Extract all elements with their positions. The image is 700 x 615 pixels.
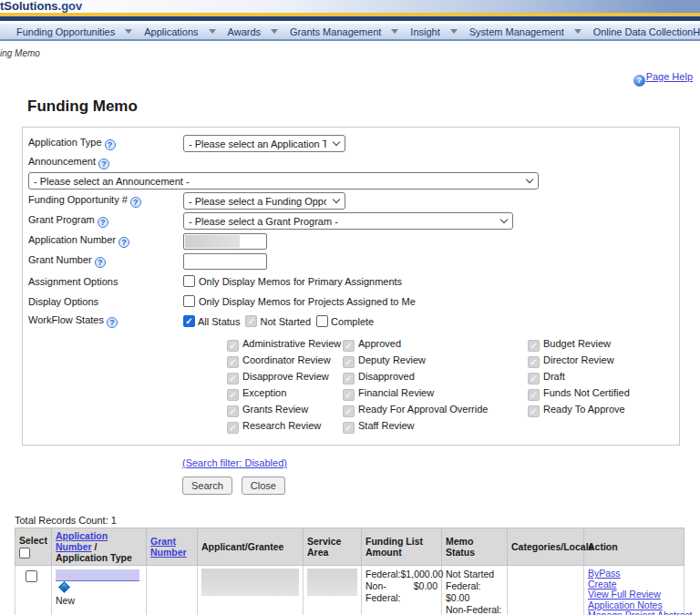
- service-area-redacted: [307, 569, 357, 596]
- search-button[interactable]: Search: [182, 477, 232, 495]
- row-select-checkbox[interactable]: ✓: [26, 570, 37, 582]
- workflow-state-option: ✓Ready To Approve: [528, 404, 674, 417]
- workflow-state-checkbox[interactable]: ✓: [227, 373, 239, 384]
- projects-assigned-label: Only Display Memos for Projects Assigned…: [199, 296, 416, 307]
- grant-number-input[interactable]: [183, 253, 267, 270]
- funding-opportunity-select[interactable]: - Please select a Funding Opportunity # …: [183, 192, 345, 210]
- workflow-state-checkbox[interactable]: ✓: [343, 389, 355, 401]
- nav-item-system-management[interactable]: System Management: [469, 26, 564, 37]
- sort-application-number-link[interactable]: Application Number: [56, 530, 108, 552]
- workflow-state-checkbox[interactable]: ✓: [528, 389, 540, 401]
- workflow-state-label: Disapprove Review: [242, 371, 329, 382]
- workflow-state-checkbox[interactable]: ✓: [343, 373, 355, 384]
- workflow-state-label: Deputy Review: [358, 354, 426, 365]
- help-icon[interactable]: ?: [98, 159, 109, 169]
- sort-grant-number-link[interactable]: Grant Number: [150, 536, 187, 558]
- search-filter-link[interactable]: (Search filter: Disabled): [182, 457, 287, 468]
- application-type-row: Application Type? - Please select an App…: [28, 135, 674, 152]
- help-icon[interactable]: ?: [105, 139, 116, 150]
- page-help-link[interactable]: Page Help: [646, 71, 693, 82]
- action-link-manage-project-abstract[interactable]: Manage Project Abstract: [588, 610, 680, 615]
- chevron-down-icon[interactable]: [450, 29, 458, 34]
- application-number-input[interactable]: [183, 233, 267, 250]
- workflow-state-checkbox[interactable]: ✓: [343, 356, 355, 368]
- workflow-state-option: ✓Financial Review: [343, 387, 528, 401]
- nav-item-applications[interactable]: Applications: [144, 26, 198, 37]
- cell-applicant: [198, 566, 304, 615]
- workflow-state-checkbox[interactable]: ✓: [227, 389, 239, 401]
- workflow-state-label: Funds Not Certified: [543, 387, 630, 398]
- workflow-state-label: Grants Review: [242, 404, 308, 415]
- info-diamond-icon[interactable]: [58, 582, 70, 594]
- workflow-state-checkbox[interactable]: ✓: [343, 422, 355, 434]
- col-memo-status: Memo Status: [442, 528, 508, 566]
- search-form: Application Type? - Please select an App…: [22, 127, 680, 446]
- main-nav: Funding OpportunitiesApplicationsAwardsG…: [0, 24, 700, 41]
- chevron-down-icon[interactable]: [271, 29, 278, 34]
- funding-amounts: Federal:$1,000.00Non-Federal:$0.00: [365, 569, 438, 604]
- nav-item-funding-opportunities[interactable]: Funding Opportunities: [16, 26, 115, 37]
- workflow-state-option: ✓Disapproved: [343, 371, 528, 384]
- primary-assignments-checkbox[interactable]: ✓: [183, 275, 195, 287]
- nav-item-grants-management[interactable]: Grants Management: [290, 26, 381, 37]
- workflow-state-checkbox[interactable]: ✓: [343, 340, 355, 352]
- not-started-checkbox[interactable]: ✓: [245, 315, 257, 327]
- col-grant-number: Grant Number: [147, 528, 198, 566]
- help-icon[interactable]: ?: [95, 257, 106, 268]
- workflow-state-checkbox[interactable]: ✓: [343, 405, 355, 417]
- workflow-state-label: Coordinator Review: [242, 354, 331, 365]
- nav-item-online-data-collection[interactable]: Online Data Collection: [593, 26, 693, 37]
- workflow-state-option: ✓Funds Not Certified: [528, 387, 674, 401]
- grant-number-row: Grant Number?: [28, 252, 674, 270]
- complete-label: Complete: [331, 316, 374, 327]
- all-status-checkbox[interactable]: ✓: [183, 315, 195, 327]
- workflow-state-label: Staff Review: [358, 420, 415, 431]
- close-button[interactable]: Close: [242, 477, 285, 495]
- funding-opportunity-label: Funding Opportunity #?: [28, 194, 183, 208]
- workflow-state-option: ✓Research Review: [227, 420, 343, 434]
- nav-item-insight[interactable]: Insight: [410, 26, 439, 37]
- table-row: ✓ New Federal:$1,000.00Non-Federal:$0.00…: [15, 566, 685, 615]
- projects-assigned-checkbox[interactable]: ✓: [183, 295, 195, 307]
- workflow-state-label: Ready For Approval Override: [358, 404, 488, 415]
- workflow-state-checkbox[interactable]: ✓: [227, 405, 239, 417]
- assignment-options-row: Assignment Options ✓ Only Display Memos …: [28, 272, 674, 290]
- chevron-down-icon[interactable]: [574, 29, 582, 34]
- nav-item-help-support[interactable]: Help/Support: [693, 26, 700, 37]
- workflow-state-checkbox[interactable]: ✓: [227, 340, 239, 352]
- announcement-select[interactable]: - Please select an Announcement -: [28, 172, 539, 190]
- workflow-state-checkbox[interactable]: ✓: [227, 422, 239, 434]
- help-icon[interactable]: ?: [107, 317, 118, 328]
- chevron-down-icon[interactable]: [391, 29, 398, 34]
- help-icon[interactable]: ?: [98, 217, 108, 228]
- action-link-bypass[interactable]: ByPass: [588, 569, 680, 579]
- applicant-redacted: [201, 569, 299, 596]
- help-icon[interactable]: ?: [118, 237, 129, 248]
- breadcrumb: ing Memo: [0, 48, 700, 58]
- workflow-grid: ✓Administrative Review✓Approved✓Budget R…: [227, 338, 674, 434]
- workflow-state-label: Exception: [242, 387, 286, 398]
- site-logo[interactable]: tSolutions.gov: [0, 0, 82, 13]
- help-icon[interactable]: ?: [130, 197, 141, 208]
- announcement-value: - Please select an Announcement -: [34, 176, 190, 187]
- workflow-state-checkbox[interactable]: ✓: [227, 356, 239, 368]
- application-type-label: Application Type?: [28, 137, 183, 150]
- workflow-state-checkbox[interactable]: ✓: [528, 373, 540, 384]
- page-help-row: ?Page Help: [0, 71, 693, 87]
- application-type-select[interactable]: - Please select an Application Type -: [183, 135, 345, 152]
- select-all-checkbox[interactable]: ✓: [19, 548, 30, 559]
- chevron-down-icon[interactable]: [125, 29, 132, 34]
- grant-program-select[interactable]: - Please select a Grant Program -: [183, 212, 513, 230]
- application-number-redacted-link[interactable]: [56, 569, 139, 581]
- nav-item-awards[interactable]: Awards: [228, 26, 261, 37]
- workflow-state-checkbox[interactable]: ✓: [528, 340, 540, 352]
- col-applicant: Applicant/Grantee: [198, 528, 304, 566]
- page-help-icon[interactable]: ?: [633, 75, 645, 87]
- workflow-state-option: ✓Grants Review: [227, 404, 343, 417]
- complete-checkbox[interactable]: ✓: [316, 315, 328, 327]
- not-started-label: Not Started: [260, 316, 311, 327]
- workflow-state-option: ✓Director Review: [528, 354, 674, 368]
- workflow-state-checkbox[interactable]: ✓: [528, 405, 540, 417]
- workflow-state-checkbox[interactable]: ✓: [528, 356, 540, 368]
- chevron-down-icon[interactable]: [209, 29, 216, 34]
